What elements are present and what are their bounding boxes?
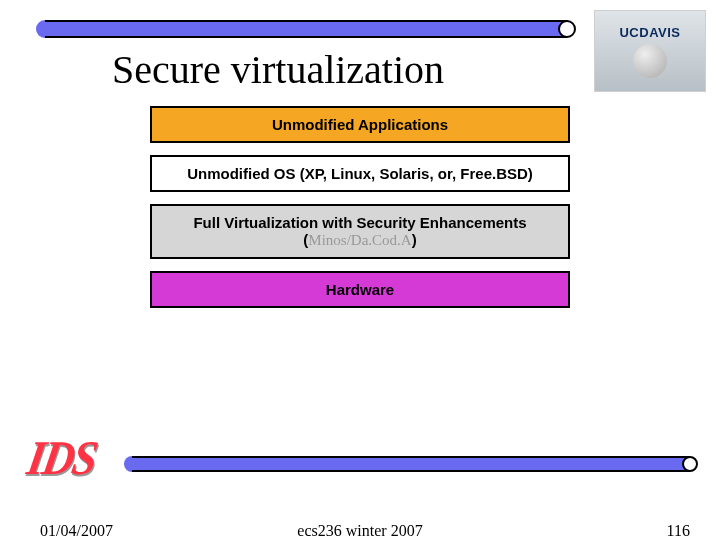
footer-page-number: 116 — [667, 522, 690, 540]
virtualization-stack: Unmodified Applications Unmodified OS (X… — [150, 106, 570, 320]
stack-layer-virtualization: Full Virtualization with Security Enhanc… — [150, 204, 570, 259]
top-rule-decoration — [36, 20, 576, 38]
stack-layer-os: Unmodified OS (XP, Linux, Solaris, or, F… — [150, 155, 570, 192]
ids-side-label: IDS — [23, 430, 100, 486]
virt-sub-label: Minos/Da.Cod.A — [308, 232, 411, 248]
footer-course: ecs236 winter 2007 — [0, 522, 720, 540]
stack-layer-applications: Unmodified Applications — [150, 106, 570, 143]
virt-main-label: Full Virtualization with Security Enhanc… — [193, 214, 526, 231]
logo-sphere-icon — [633, 44, 667, 78]
stack-layer-hardware: Hardware — [150, 271, 570, 308]
rule-cap-right — [682, 456, 698, 472]
ucdavis-logo: UCDAVIS — [594, 10, 706, 92]
virt-sub-close: ) — [412, 231, 417, 248]
logo-text: UCDAVIS — [619, 25, 680, 40]
page-title: Secure virtualization — [112, 46, 444, 93]
rule-body — [45, 20, 567, 38]
rule-body — [132, 456, 690, 472]
rule-cap-right — [558, 20, 576, 38]
bottom-rule-decoration — [124, 456, 698, 472]
